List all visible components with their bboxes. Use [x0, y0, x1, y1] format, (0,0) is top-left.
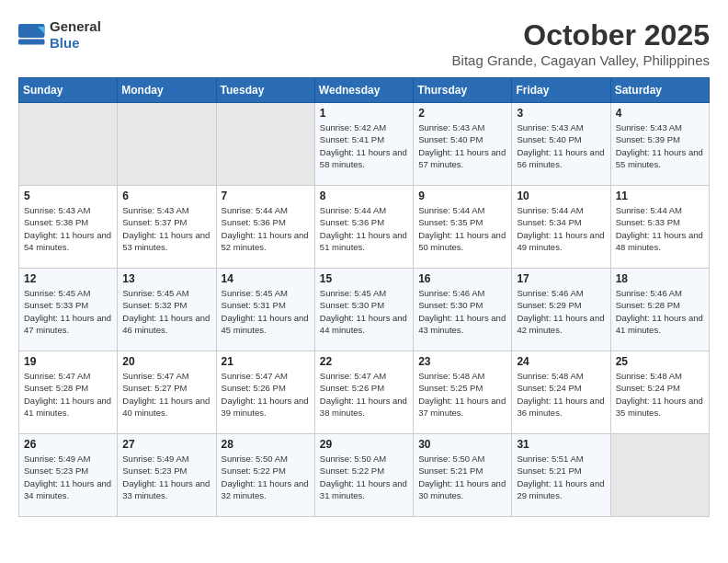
sunrise-label: Sunrise: 5:50 AM — [418, 454, 484, 464]
calendar-week-5: 26Sunrise: 5:49 AMSunset: 5:23 PMDayligh… — [19, 434, 710, 517]
sunset-label: Sunset: 5:21 PM — [418, 465, 483, 476]
month-title: October 2025 — [452, 18, 710, 52]
sunset-label: Sunset: 5:33 PM — [24, 300, 88, 310]
sunrise-label: Sunrise: 5:51 AM — [517, 454, 583, 464]
daylight-label: Daylight: 11 hours and 44 minutes. — [320, 313, 407, 335]
sunrise-label: Sunrise: 5:47 AM — [24, 371, 90, 381]
calendar-cell: 23Sunrise: 5:48 AMSunset: 5:25 PMDayligh… — [414, 351, 512, 434]
sunset-label: Sunset: 5:22 PM — [320, 465, 384, 476]
daylight-label: Daylight: 11 hours and 35 minutes. — [616, 396, 703, 418]
daylight-label: Daylight: 11 hours and 41 minutes. — [24, 396, 111, 418]
daylight-label: Daylight: 11 hours and 48 minutes. — [616, 230, 703, 252]
sunrise-label: Sunrise: 5:45 AM — [320, 288, 386, 298]
sunset-label: Sunset: 5:24 PM — [616, 383, 680, 393]
page-header: General Blue October 2025 Bitag Grande, … — [18, 18, 710, 68]
daylight-label: Daylight: 11 hours and 37 minutes. — [418, 396, 506, 418]
day-number: 15 — [320, 272, 408, 285]
sunset-label: Sunset: 5:36 PM — [222, 217, 286, 227]
sunset-label: Sunset: 5:31 PM — [222, 300, 286, 310]
sunrise-label: Sunrise: 5:43 AM — [24, 205, 90, 215]
sunset-label: Sunset: 5:26 PM — [320, 383, 384, 393]
day-number: 10 — [517, 190, 605, 202]
calendar-cell: 16Sunrise: 5:46 AMSunset: 5:30 PMDayligh… — [414, 269, 512, 351]
calendar-cell: 6Sunrise: 5:43 AMSunset: 5:37 PMDaylight… — [118, 186, 216, 269]
day-number: 3 — [517, 107, 605, 120]
sunrise-label: Sunrise: 5:43 AM — [616, 122, 682, 132]
day-number: 16 — [418, 272, 506, 285]
day-number: 23 — [418, 355, 506, 368]
daylight-label: Daylight: 11 hours and 49 minutes. — [517, 230, 604, 252]
calendar-cell — [610, 434, 709, 517]
day-number: 1 — [320, 107, 408, 120]
sunrise-label: Sunrise: 5:48 AM — [418, 371, 484, 381]
calendar-cell: 22Sunrise: 5:47 AMSunset: 5:26 PMDayligh… — [314, 351, 413, 434]
calendar-cell — [118, 103, 216, 186]
sunrise-label: Sunrise: 5:44 AM — [517, 205, 583, 215]
cell-info: Sunrise: 5:44 AMSunset: 5:36 PMDaylight:… — [320, 204, 408, 253]
cell-info: Sunrise: 5:45 AMSunset: 5:31 PMDaylight:… — [222, 287, 310, 336]
sunrise-label: Sunrise: 5:49 AM — [24, 454, 90, 464]
daylight-label: Daylight: 11 hours and 42 minutes. — [517, 313, 604, 335]
day-number: 12 — [24, 272, 112, 285]
cell-info: Sunrise: 5:47 AMSunset: 5:28 PMDaylight:… — [24, 370, 112, 419]
cell-info: Sunrise: 5:44 AMSunset: 5:35 PMDaylight:… — [418, 204, 506, 253]
col-saturday: Saturday — [610, 78, 709, 103]
sunset-label: Sunset: 5:40 PM — [418, 134, 483, 144]
day-number: 18 — [616, 272, 704, 285]
sunrise-label: Sunrise: 5:50 AM — [320, 454, 386, 464]
calendar-cell: 14Sunrise: 5:45 AMSunset: 5:31 PMDayligh… — [216, 269, 314, 351]
sunrise-label: Sunrise: 5:48 AM — [616, 371, 682, 381]
cell-info: Sunrise: 5:45 AMSunset: 5:32 PMDaylight:… — [122, 287, 210, 336]
sunrise-label: Sunrise: 5:44 AM — [616, 205, 682, 215]
cell-info: Sunrise: 5:50 AMSunset: 5:22 PMDaylight:… — [320, 453, 408, 501]
calendar-cell: 12Sunrise: 5:45 AMSunset: 5:33 PMDayligh… — [19, 269, 118, 351]
daylight-label: Daylight: 11 hours and 51 minutes. — [320, 230, 407, 252]
calendar-cell: 7Sunrise: 5:44 AMSunset: 5:36 PMDaylight… — [216, 186, 314, 269]
calendar-cell: 31Sunrise: 5:51 AMSunset: 5:21 PMDayligh… — [512, 434, 610, 517]
calendar-cell — [216, 103, 314, 186]
calendar-cell: 21Sunrise: 5:47 AMSunset: 5:26 PMDayligh… — [216, 351, 314, 434]
cell-info: Sunrise: 5:44 AMSunset: 5:33 PMDaylight:… — [616, 204, 704, 253]
title-area: October 2025 Bitag Grande, Cagayan Valle… — [452, 18, 710, 68]
cell-info: Sunrise: 5:50 AMSunset: 5:22 PMDaylight:… — [222, 453, 310, 501]
cell-info: Sunrise: 5:43 AMSunset: 5:38 PMDaylight:… — [24, 204, 112, 253]
cell-info: Sunrise: 5:42 AMSunset: 5:41 PMDaylight:… — [320, 121, 408, 170]
calendar-cell: 13Sunrise: 5:45 AMSunset: 5:32 PMDayligh… — [118, 269, 216, 351]
location-title: Bitag Grande, Cagayan Valley, Philippine… — [452, 52, 710, 68]
calendar-cell: 1Sunrise: 5:42 AMSunset: 5:41 PMDaylight… — [314, 103, 413, 186]
sunset-label: Sunset: 5:28 PM — [24, 383, 88, 393]
sunset-label: Sunset: 5:23 PM — [122, 465, 187, 476]
day-number: 19 — [24, 355, 112, 368]
daylight-label: Daylight: 11 hours and 45 minutes. — [222, 313, 309, 335]
sunset-label: Sunset: 5:29 PM — [517, 300, 581, 310]
cell-info: Sunrise: 5:51 AMSunset: 5:21 PMDaylight:… — [517, 453, 605, 501]
calendar-cell: 18Sunrise: 5:46 AMSunset: 5:28 PMDayligh… — [610, 269, 709, 351]
day-number: 14 — [222, 272, 310, 285]
sunset-label: Sunset: 5:25 PM — [418, 383, 483, 393]
sunrise-label: Sunrise: 5:43 AM — [517, 122, 583, 132]
day-number: 30 — [418, 438, 506, 451]
sunset-label: Sunset: 5:22 PM — [222, 465, 286, 476]
day-number: 9 — [418, 190, 506, 202]
calendar-cell: 29Sunrise: 5:50 AMSunset: 5:22 PMDayligh… — [314, 434, 413, 517]
day-number: 2 — [418, 107, 506, 120]
calendar-table: Sunday Monday Tuesday Wednesday Thursday… — [18, 77, 710, 517]
calendar-header: Sunday Monday Tuesday Wednesday Thursday… — [19, 78, 710, 103]
daylight-label: Daylight: 11 hours and 46 minutes. — [122, 313, 210, 335]
day-number: 22 — [320, 355, 408, 368]
sunrise-label: Sunrise: 5:47 AM — [122, 371, 188, 381]
sunrise-label: Sunrise: 5:43 AM — [122, 205, 188, 215]
calendar-cell: 30Sunrise: 5:50 AMSunset: 5:21 PMDayligh… — [414, 434, 512, 517]
cell-info: Sunrise: 5:48 AMSunset: 5:25 PMDaylight:… — [418, 370, 506, 419]
sunset-label: Sunset: 5:39 PM — [616, 134, 680, 144]
sunrise-label: Sunrise: 5:45 AM — [24, 288, 90, 298]
sunset-label: Sunset: 5:32 PM — [122, 300, 187, 310]
calendar-cell: 4Sunrise: 5:43 AMSunset: 5:39 PMDaylight… — [610, 103, 709, 186]
sunset-label: Sunset: 5:36 PM — [320, 217, 384, 227]
daylight-label: Daylight: 11 hours and 33 minutes. — [122, 478, 210, 500]
sunset-label: Sunset: 5:21 PM — [517, 465, 581, 476]
day-number: 26 — [24, 438, 112, 451]
day-number: 5 — [24, 190, 112, 202]
sunrise-label: Sunrise: 5:45 AM — [222, 288, 288, 298]
day-number: 4 — [616, 107, 704, 120]
